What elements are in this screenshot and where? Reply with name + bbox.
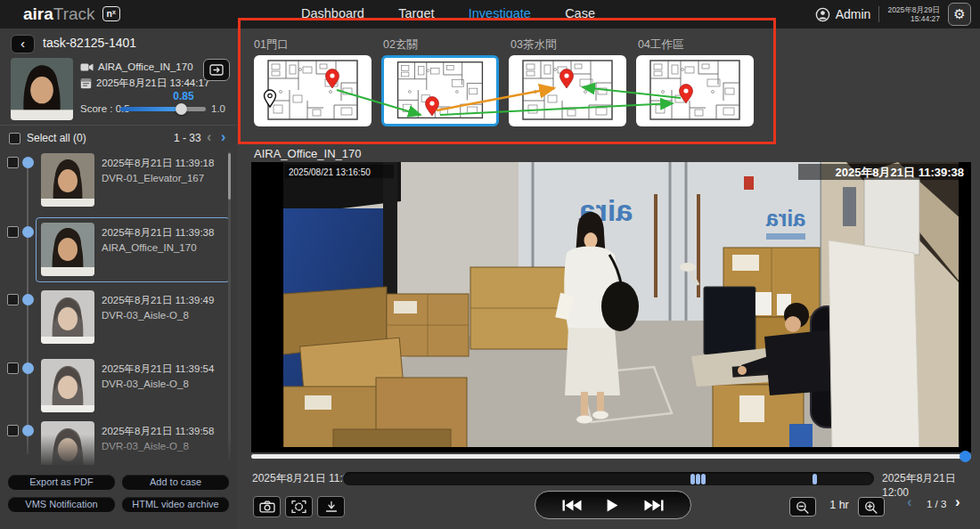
- video-osd-left: 2025/08/21 13:16:50: [289, 167, 371, 177]
- video-hscrollbar[interactable]: [251, 454, 971, 459]
- snapshot-button[interactable]: [253, 496, 281, 517]
- video-player[interactable]: aira aira: [251, 162, 971, 452]
- play-icon: [607, 499, 618, 512]
- page-next-icon[interactable]: ›: [955, 493, 960, 511]
- plan-label-2: 02玄關: [383, 37, 418, 53]
- zoom-out-icon: [796, 501, 810, 514]
- result-list: 2025年8月21日 11:39:18 DVR-01_Elevator_167 …: [0, 148, 237, 465]
- download-button[interactable]: [317, 496, 345, 517]
- nav-target[interactable]: Target: [398, 6, 434, 20]
- video-title: AIRA_Office_IN_170: [254, 147, 361, 160]
- result-datetime: 2025年8月21日 11:39:49: [102, 294, 214, 307]
- row-checkbox[interactable]: [7, 294, 19, 305]
- result-camera: DVR-03_Aisle-O_8: [102, 441, 189, 452]
- face-thumbnail: [41, 223, 94, 276]
- back-icon: ‹: [20, 36, 25, 51]
- nav-investigate[interactable]: Investigate: [469, 6, 531, 20]
- floorplan-card-4[interactable]: [636, 55, 754, 126]
- result-row-selected[interactable]: 2025年8月21日 11:39:38 AIRA_Office_IN_170: [0, 223, 232, 287]
- floorplan-drawing: [254, 55, 372, 126]
- skip-back-button[interactable]: [562, 500, 582, 511]
- archive-button[interactable]: [203, 59, 230, 81]
- system-date: 2025年8月29日: [887, 5, 940, 15]
- settings-button[interactable]: ⚙: [948, 3, 971, 26]
- detection-marker[interactable]: [701, 474, 706, 484]
- system-time: 15:44:27: [887, 14, 940, 24]
- html-archive-button[interactable]: HTML video archive: [121, 496, 230, 513]
- download-icon: [324, 501, 339, 513]
- sidebar-actions: Export as PDF Add to case VMS Notificati…: [7, 474, 230, 513]
- sidebar: ‹ task-82125-1401 AIRA_Office_IN_170: [0, 28, 237, 529]
- results-next-icon[interactable]: ›: [221, 129, 225, 145]
- result-datetime: 2025年8月21日 11:39:58: [102, 425, 214, 438]
- vms-notification-button[interactable]: VMS Notification: [7, 496, 116, 513]
- timeline-dot: [22, 226, 34, 238]
- admin-label: Admin: [836, 7, 871, 21]
- timeline-bar[interactable]: [343, 472, 874, 485]
- row-checkbox[interactable]: [7, 226, 19, 238]
- glass-logo-text-2: aira: [765, 206, 806, 231]
- row-checkbox[interactable]: [7, 157, 19, 168]
- score-slider[interactable]: [120, 107, 206, 111]
- back-button[interactable]: ‹: [11, 35, 35, 53]
- floorplan-card-3[interactable]: [509, 55, 626, 126]
- timeline-dot: [22, 157, 34, 168]
- result-row[interactable]: 2025年8月21日 11:39:18 DVR-01_Elevator_167: [0, 153, 232, 217]
- sidebar-divider: [0, 125, 237, 126]
- skip-back-icon: [562, 500, 582, 511]
- result-row[interactable]: 2025年8月21日 11:39:58 DVR-03_Aisle-O_8: [0, 421, 232, 465]
- results-prev-icon[interactable]: ‹: [207, 129, 211, 145]
- detection-marker[interactable]: [690, 474, 695, 484]
- video-frame-art: aira aira: [251, 162, 971, 452]
- target-camera: AIRA_Office_IN_170: [98, 61, 193, 72]
- play-button[interactable]: [607, 499, 618, 512]
- target-photo: [11, 58, 73, 120]
- row-checkbox[interactable]: [7, 362, 19, 374]
- plan-label-3: 03茶水間: [510, 37, 556, 53]
- video-hscrollbar-knob[interactable]: [960, 451, 971, 462]
- portrait-art: [41, 421, 94, 465]
- detection-marker[interactable]: [696, 474, 700, 484]
- result-datetime: 2025年8月21日 11:39:54: [102, 362, 214, 376]
- timeline-zoom-in-button[interactable]: [858, 497, 885, 517]
- face-thumbnail: [41, 290, 94, 344]
- result-camera: DVR-03_Aisle-O_8: [102, 378, 189, 389]
- nav-dashboard[interactable]: Dashboard: [301, 6, 364, 20]
- result-datetime: 2025年8月21日 11:39:38: [102, 226, 214, 240]
- target-datetime: 2025年8月21日 13:44:17: [96, 77, 209, 90]
- timeline-zoom-out-button[interactable]: [789, 497, 816, 517]
- timeline-start-label: 2025年8月21日 11:00: [252, 471, 355, 486]
- floorplan-drawing: [509, 55, 626, 126]
- select-all-checkbox[interactable]: [9, 133, 20, 144]
- zoom-in-icon: [864, 501, 878, 514]
- score-value: 0.85: [166, 90, 201, 102]
- system-clock: 2025年8月29日 15:44:27: [887, 5, 940, 24]
- playback-bar: [535, 491, 691, 519]
- skip-forward-button[interactable]: [644, 500, 664, 511]
- result-row[interactable]: 2025年8月21日 11:39:49 DVR-03_Aisle-O_8: [0, 290, 232, 354]
- result-camera: AIRA_Office_IN_170: [102, 242, 197, 253]
- user-icon: [815, 7, 830, 22]
- portrait-art: [41, 223, 94, 276]
- admin-menu[interactable]: Admin: [815, 7, 871, 22]
- result-datetime: 2025年8月21日 11:39:18: [102, 157, 214, 170]
- plan-label-1: 01門口: [254, 37, 289, 53]
- face-scan-icon: [291, 500, 306, 514]
- detection-marker[interactable]: [813, 474, 817, 484]
- nav-case[interactable]: Case: [565, 6, 595, 20]
- portrait-art: [41, 359, 94, 412]
- floorplan-card-2-selected[interactable]: [381, 55, 499, 126]
- scrollbar-thumb[interactable]: [228, 153, 231, 199]
- result-row[interactable]: 2025年8月21日 11:39:54 DVR-03_Aisle-O_8: [0, 359, 232, 423]
- select-all-row: Select all (0) 1 - 33 ‹ ›: [9, 131, 230, 145]
- row-checkbox[interactable]: [7, 425, 19, 436]
- page-prev-icon[interactable]: ‹: [907, 493, 912, 511]
- add-to-case-button[interactable]: Add to case: [121, 474, 230, 491]
- export-pdf-button[interactable]: Export as PDF: [7, 474, 116, 491]
- face-search-button[interactable]: [285, 496, 313, 517]
- target-camera-row: AIRA_Office_IN_170: [80, 61, 193, 72]
- floorplan-card-1[interactable]: [254, 55, 372, 126]
- score-slider-thumb[interactable]: [176, 103, 187, 115]
- export-archive-icon: [209, 64, 224, 76]
- skip-forward-icon: [644, 500, 664, 511]
